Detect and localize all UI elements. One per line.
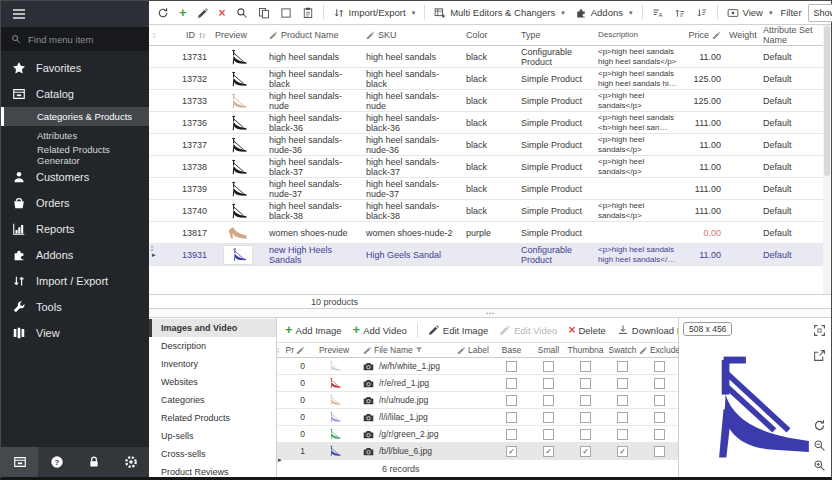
scrollbar-thumb[interactable] (824, 26, 830, 176)
fit-to-screen-icon[interactable] (813, 324, 826, 337)
sidebar-item-reports[interactable]: Reports (1, 216, 149, 242)
sidebar-search[interactable] (1, 27, 149, 51)
column-header-price[interactable]: Price (683, 25, 725, 45)
image-row[interactable]: 0 /w/h/white_1.jpg (277, 358, 678, 375)
sidebar-item-tools[interactable]: Tools (1, 294, 149, 320)
delete-image-button[interactable]: ×Delete (564, 323, 609, 338)
help-button[interactable] (38, 447, 75, 477)
small-checkbox[interactable] (543, 412, 554, 423)
vertical-scrollbar[interactable] (823, 25, 831, 294)
multi-editors-button[interactable]: Multi Editors & Changers (430, 5, 569, 21)
import-export-button[interactable]: Import/Export (329, 5, 420, 21)
product-row[interactable]: 13737 high heel sandals-nude-36 high hee… (149, 134, 831, 156)
exclude-checkbox[interactable] (654, 412, 665, 423)
base-checkbox[interactable]: ✓ (506, 446, 517, 457)
image-row-selected[interactable]: 1 /b/l/blue_6.jpg ✓ ✓ ✓ ✓ (277, 443, 678, 460)
column-header-pr[interactable]: Pr (286, 345, 309, 355)
image-row[interactable]: 0 /g/r/green_2.jpg (277, 426, 678, 443)
filter-select[interactable]: Show products from selected categories (808, 4, 832, 22)
column-header-color[interactable]: Color (462, 25, 517, 45)
sidebar-item-related-products-generator[interactable]: Related Products Generator (1, 145, 149, 164)
tab-cross-sells[interactable]: Cross-sells (149, 445, 276, 463)
small-checkbox[interactable] (543, 378, 554, 389)
lock-button[interactable] (75, 447, 112, 477)
exclude-checkbox[interactable] (654, 361, 665, 372)
store-button[interactable] (1, 447, 38, 477)
thumbnail-checkbox[interactable]: ✓ (580, 446, 591, 457)
column-header-swatch[interactable]: Swatch (604, 345, 641, 355)
select-button[interactable] (276, 5, 296, 21)
add-video-button[interactable]: +Add Video (349, 323, 411, 338)
product-row[interactable]: 13731 high heel sandals high heel sandal… (149, 46, 831, 68)
sidebar-item-attributes[interactable]: Attributes (1, 126, 149, 145)
horizontal-splitter[interactable]: ⋯ (149, 309, 831, 317)
exclude-checkbox[interactable] (654, 429, 665, 440)
base-checkbox[interactable] (506, 395, 517, 406)
column-header-sku[interactable]: SKU (362, 25, 462, 45)
tab-categories[interactable]: Categories (149, 391, 276, 409)
column-header-attribute-set[interactable]: Attribute Set Name (759, 25, 831, 45)
column-header-description[interactable]: Description (594, 25, 683, 45)
exclude-checkbox[interactable] (654, 446, 665, 457)
add-product-button[interactable]: + (175, 6, 191, 20)
column-header-label[interactable]: Label (453, 345, 493, 355)
swatch-checkbox[interactable]: ✓ (617, 446, 628, 457)
thumbnail-checkbox[interactable] (580, 412, 591, 423)
swatch-checkbox[interactable] (617, 395, 628, 406)
pane-splitter-handle[interactable]: ⁞⁞ (149, 237, 154, 259)
exclude-checkbox[interactable] (654, 395, 665, 406)
hamburger-menu-button[interactable] (1, 1, 149, 27)
sort-desc-button[interactable] (692, 5, 712, 21)
image-row[interactable]: 0 /l/i/lilac_1.jpg (277, 409, 678, 426)
sidebar-item-catalog[interactable]: Catalog (1, 81, 149, 107)
refresh-button[interactable] (153, 5, 173, 21)
product-row-selected[interactable]: 13931 new High Heels Sandals High Geels … (149, 244, 831, 266)
column-header-preview[interactable]: Preview (211, 25, 265, 45)
small-checkbox[interactable] (543, 395, 554, 406)
base-checkbox[interactable] (506, 429, 517, 440)
sort-asc-button[interactable] (670, 5, 690, 21)
image-row[interactable]: 0 /n/u/nude.jpg (277, 392, 678, 409)
small-checkbox[interactable]: ✓ (543, 446, 554, 457)
column-header-base[interactable]: Base (493, 345, 530, 355)
tab-inventory[interactable]: Inventory (149, 355, 276, 373)
thumbnail-checkbox[interactable] (580, 429, 591, 440)
column-header-file-name[interactable]: File Name (359, 345, 453, 355)
sidebar-item-view[interactable]: View (1, 320, 149, 346)
open-external-icon[interactable] (813, 349, 826, 362)
paste-button[interactable] (298, 5, 318, 21)
column-header-preview[interactable]: Preview (309, 345, 359, 355)
zoom-out-icon[interactable] (813, 439, 826, 452)
sidebar-item-categories-products[interactable]: Categories & Products (1, 107, 149, 126)
column-header-id[interactable]: ID (163, 25, 211, 45)
base-checkbox[interactable] (506, 412, 517, 423)
addons-button[interactable]: Addons (571, 5, 637, 21)
zoom-in-icon[interactable] (813, 459, 826, 472)
product-row[interactable]: 13732 high heel sandals-black high heel … (149, 68, 831, 90)
rotate-icon[interactable] (813, 419, 826, 432)
product-row[interactable]: 13739 high heel sandals-nude-37 high hee… (149, 178, 831, 200)
thumbnail-checkbox[interactable] (580, 395, 591, 406)
column-header-weight[interactable]: Weight (725, 25, 759, 45)
search-products-button[interactable] (232, 5, 252, 21)
small-checkbox[interactable] (543, 429, 554, 440)
column-header-small[interactable]: Small (530, 345, 567, 355)
view-button[interactable]: View (723, 5, 777, 21)
product-row[interactable]: 13817 women shoes-nude women shoes-nude-… (149, 222, 831, 244)
sidebar-item-customers[interactable]: Customers (1, 164, 149, 190)
image-row[interactable]: 0 /r/e/red_1.jpg (277, 375, 678, 392)
product-row[interactable]: 13736 high heel sandals-black-36 high he… (149, 112, 831, 134)
small-checkbox[interactable] (543, 361, 554, 372)
swatch-checkbox[interactable] (617, 361, 628, 372)
add-image-button[interactable]: +Add Image (281, 323, 346, 338)
swatch-checkbox[interactable] (617, 412, 628, 423)
menu-search-input[interactable] (28, 34, 128, 45)
swatch-checkbox[interactable] (617, 378, 628, 389)
product-row[interactable]: 13733 high heel sandals-nude high heel s… (149, 90, 831, 112)
tab-images-and-video[interactable]: Images and Video (149, 319, 276, 337)
sidebar-item-addons[interactable]: Addons (1, 242, 149, 268)
base-checkbox[interactable] (506, 361, 517, 372)
edit-image-button[interactable]: Edit Image (424, 322, 492, 338)
column-header-type[interactable]: Type (517, 25, 594, 45)
column-header-name[interactable]: Product Name (265, 25, 362, 45)
